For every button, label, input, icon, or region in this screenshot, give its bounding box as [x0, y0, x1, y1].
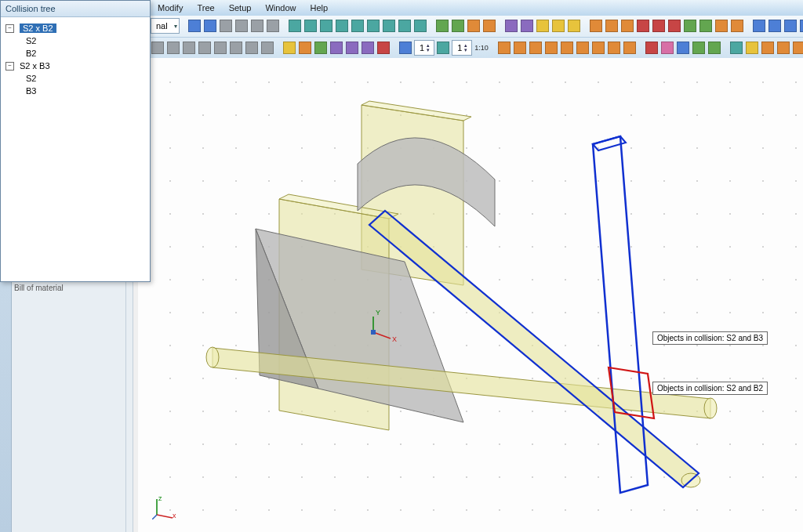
- tb-h4[interactable]: [544, 40, 558, 56]
- scale-button[interactable]: 1:10: [474, 40, 489, 56]
- tb-p4[interactable]: [776, 40, 790, 56]
- tb-z1[interactable]: [151, 40, 165, 56]
- tb-h5[interactable]: [560, 40, 574, 56]
- tb-l5[interactable]: [652, 18, 666, 34]
- tb-c1[interactable]: [398, 40, 412, 56]
- tb-l1[interactable]: [589, 18, 603, 34]
- tb-z6[interactable]: [229, 40, 243, 56]
- tb-b5[interactable]: [345, 40, 359, 56]
- tb-l7[interactable]: [683, 18, 697, 34]
- tb-m2[interactable]: [451, 18, 465, 34]
- tb-b2[interactable]: [298, 40, 312, 56]
- tb-b3[interactable]: [314, 40, 328, 56]
- tb-h2[interactable]: [513, 40, 527, 56]
- tb-z4[interactable]: [198, 40, 212, 56]
- tb-la[interactable]: [730, 18, 744, 34]
- tb-m4[interactable]: [482, 18, 496, 34]
- tb-b4[interactable]: [329, 40, 343, 56]
- tb-v6[interactable]: [366, 18, 380, 34]
- tb-b7[interactable]: [376, 40, 391, 56]
- tb-p2[interactable]: [745, 40, 759, 56]
- tb-l2[interactable]: [605, 18, 619, 34]
- tb-k4[interactable]: [692, 40, 706, 56]
- tb-l8[interactable]: [699, 18, 713, 34]
- tb-k1[interactable]: [645, 40, 659, 56]
- tb-m1[interactable]: [435, 18, 449, 34]
- bill-of-material-tab[interactable]: Bill of material: [14, 284, 64, 292]
- tb-h1[interactable]: [497, 40, 511, 56]
- tb-h7[interactable]: [591, 40, 605, 56]
- 3d-viewport[interactable]: Y X Objects in collision: S2 and B3 Obje…: [138, 58, 803, 532]
- tb-l6[interactable]: [667, 18, 681, 34]
- menu-item-setup[interactable]: Setup: [222, 0, 259, 16]
- menu-item-window[interactable]: Window: [258, 0, 303, 16]
- tb-z5[interactable]: [213, 40, 227, 56]
- tb-d2[interactable]: [520, 18, 534, 34]
- tb-b1[interactable]: [282, 40, 296, 56]
- tree-node-b2[interactable]: B2: [4, 47, 147, 60]
- tb-s3[interactable]: [783, 18, 798, 34]
- tb-m3[interactable]: [467, 18, 481, 34]
- tb-k5[interactable]: [707, 40, 721, 56]
- tree-node-b3[interactable]: B3: [4, 85, 147, 97]
- tb-h3[interactable]: [529, 40, 543, 56]
- tb-p3[interactable]: [761, 40, 775, 56]
- tb-props[interactable]: [266, 18, 280, 34]
- tb-z7[interactable]: [245, 40, 259, 56]
- tb-v9[interactable]: [413, 18, 427, 34]
- spinner-buttons[interactable]: ▴▾: [462, 43, 470, 52]
- tb-p5[interactable]: [792, 40, 803, 56]
- tb-z3[interactable]: [182, 40, 196, 56]
- tb-k3[interactable]: [676, 40, 690, 56]
- tb-b6[interactable]: [361, 40, 375, 56]
- tb-v1[interactable]: [288, 18, 302, 34]
- tb-z8[interactable]: [260, 40, 274, 56]
- tb-k2[interactable]: [660, 40, 674, 56]
- tb-l9[interactable]: [714, 18, 729, 34]
- tb-d1[interactable]: [504, 18, 518, 34]
- tb-l4[interactable]: [636, 18, 650, 34]
- tb-v4[interactable]: [335, 18, 349, 34]
- tree-node-s2[interactable]: S2: [4, 34, 147, 47]
- collision-tree-window[interactable]: Collision tree − S2 x B2 S2 B2 − S2 x B3…: [0, 0, 151, 282]
- menu-item-modify[interactable]: Modify: [151, 0, 190, 16]
- tb-v2[interactable]: [303, 18, 318, 34]
- style-dropdown[interactable]: nal: [151, 18, 180, 34]
- spinner-1[interactable]: 1 ▴▾: [414, 40, 434, 56]
- tb-d3[interactable]: [536, 18, 550, 34]
- tb-paste[interactable]: [250, 18, 264, 34]
- tb-h9[interactable]: [623, 40, 637, 56]
- tb-z2[interactable]: [166, 40, 180, 56]
- model-icon: [436, 20, 449, 32]
- tb-v7[interactable]: [382, 18, 396, 34]
- tb-d4[interactable]: [551, 18, 565, 34]
- tb-h6[interactable]: [576, 40, 590, 56]
- tb-d5[interactable]: [567, 18, 581, 34]
- tb-v8[interactable]: [398, 18, 412, 34]
- tree-node-s2xb3[interactable]: − S2 x B3: [4, 60, 147, 72]
- tree-toggle-icon[interactable]: −: [5, 62, 14, 71]
- tb-p1[interactable]: [729, 40, 743, 56]
- tree-node-s2-b[interactable]: S2: [4, 72, 147, 85]
- icon: [377, 42, 390, 54]
- tb-v3[interactable]: [319, 18, 333, 34]
- tb-h8[interactable]: [607, 40, 621, 56]
- tb-undo[interactable]: [187, 18, 202, 34]
- icon: [346, 42, 358, 54]
- tb-c2[interactable]: [436, 40, 450, 56]
- tb-l3[interactable]: [620, 18, 634, 34]
- tb-redo[interactable]: [203, 18, 217, 34]
- tree-toggle-icon[interactable]: −: [5, 24, 14, 33]
- collision-tree-title-bar[interactable]: Collision tree: [1, 1, 150, 17]
- tb-copy[interactable]: [234, 18, 249, 34]
- menu-item-tree[interactable]: Tree: [190, 0, 221, 16]
- spinner-buttons[interactable]: ▴▾: [424, 43, 432, 52]
- menu-item-help[interactable]: Help: [303, 0, 336, 16]
- spinner-2[interactable]: 1 ▴▾: [452, 40, 472, 56]
- tb-s2[interactable]: [768, 18, 782, 34]
- tb-s4[interactable]: [799, 18, 803, 34]
- tb-s1[interactable]: [752, 18, 766, 34]
- tree-node-s2xb2[interactable]: − S2 x B2: [4, 22, 147, 34]
- tb-v5[interactable]: [351, 18, 365, 34]
- tb-cut[interactable]: [219, 18, 233, 34]
